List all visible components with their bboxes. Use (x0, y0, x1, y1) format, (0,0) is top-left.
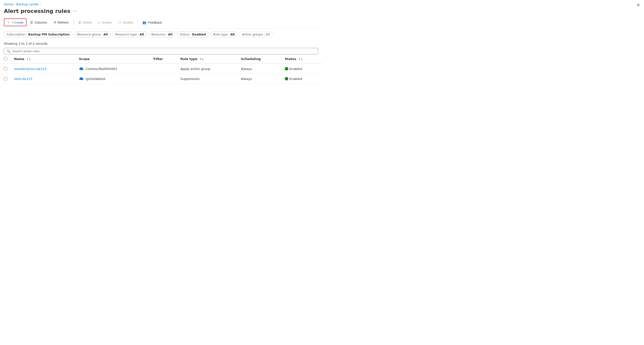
disable-label: Disable (122, 21, 133, 24)
delete-label: Delete (83, 21, 92, 24)
row-status-cell: ✓ Enabled (281, 64, 322, 74)
row-scope-cell: ignitelabtest (75, 74, 149, 84)
disable-button[interactable]: ☐ Disable (116, 19, 136, 26)
status-header-label: Status (285, 57, 296, 61)
row-name-cell: testalertprocrule123 (10, 64, 75, 74)
breadcrumb-sep2: › (40, 3, 41, 6)
page-title: Alert processing rules (4, 8, 70, 14)
table-row: testrule123 ignitelabtest Suppression Al… (0, 74, 322, 84)
search-bar[interactable]: 🔍 (4, 48, 318, 54)
row-rule-type-value-0: Apply action group (180, 67, 210, 71)
refresh-label: Refresh (58, 21, 69, 24)
row-scope-value-0: ContosoTestRSV001 (86, 67, 117, 71)
row-checkbox-1[interactable] (4, 77, 7, 80)
toolbar: ＋ + Create ☰ Columns ↺ Refresh 🗑 Delete … (0, 17, 322, 29)
filter-pill-action-groups[interactable]: Action groups : All (239, 31, 273, 37)
columns-button[interactable]: ☰ Columns (28, 19, 50, 26)
row-rule-type-cell: Apply action group (176, 64, 237, 74)
toolbar-separator-2 (138, 20, 138, 25)
row-scheduling-cell: Always (237, 74, 281, 84)
table-header: Name ↑↓ Scope Filter Rule type ↑↓ Schedu… (0, 54, 322, 64)
status-enabled-icon-0: ✓ (285, 67, 288, 70)
filter-pill-resource[interactable]: Resource : All (148, 31, 175, 37)
create-icon: ＋ (7, 20, 10, 24)
filter-pill-status[interactable]: Status : Enabled (177, 31, 209, 37)
row-scheduling-cell: Always (237, 64, 281, 74)
rule-type-header[interactable]: Rule type ↑↓ (176, 54, 237, 64)
name-header-label: Name (14, 57, 24, 61)
breadcrumb-parent[interactable]: Backup center (16, 2, 39, 6)
table-container: Name ↑↓ Scope Filter Rule type ↑↓ Schedu… (0, 54, 322, 84)
filter-pill-resource-group[interactable]: Resource group : All (74, 31, 111, 37)
rule-type-sort-icon: ↑↓ (200, 57, 204, 61)
table-row: testalertprocrule123 ContosoTestRSV001 A… (0, 64, 322, 74)
row-status-cell: ✓ Enabled (281, 74, 322, 84)
enable-label: Enable (102, 21, 112, 24)
delete-button[interactable]: 🗑 Delete (76, 19, 94, 26)
table-body: testalertprocrule123 ContosoTestRSV001 A… (0, 64, 322, 84)
scheduling-header: Scheduling (237, 54, 281, 64)
toolbar-separator-1 (73, 20, 74, 25)
select-all-header (0, 54, 10, 64)
filter-pill-rule-type[interactable]: Rule type : All (210, 31, 238, 37)
status-enabled-icon-1: ✓ (285, 77, 288, 80)
feedback-button[interactable]: 👥 Feedback (140, 19, 164, 26)
row-scheduling-value-1: Always (241, 77, 252, 81)
row-name-cell: testrule123 (10, 74, 75, 84)
disable-icon: ☐ (118, 21, 121, 24)
scope-cloud-icon-0 (79, 66, 84, 71)
row-scope-value-1: ignitelabtest (86, 77, 106, 81)
filter-pill-subscription[interactable]: Subscription : Backup PM Subscription (4, 31, 72, 37)
status-header[interactable]: Status ↑↓ (281, 54, 322, 64)
select-all-checkbox[interactable] (4, 57, 7, 60)
row-status-value-0: Enabled (290, 67, 302, 71)
refresh-icon: ↺ (54, 21, 56, 24)
filter-pill-resource-type[interactable]: Resource type : All (112, 31, 147, 37)
name-header[interactable]: Name ↑↓ (10, 54, 75, 64)
rules-table: Name ↑↓ Scope Filter Rule type ↑↓ Schedu… (0, 54, 322, 84)
delete-icon: 🗑 (78, 21, 81, 24)
row-name-link-0[interactable]: testalertprocrule123 (14, 67, 46, 71)
columns-label: Columns (34, 21, 47, 24)
scope-cloud-icon-1 (79, 76, 84, 81)
row-rule-type-cell: Suppression (176, 74, 237, 84)
filter-bar: Subscription : Backup PM SubscriptionRes… (0, 29, 322, 40)
filter-header-label: Filter (154, 57, 163, 61)
row-filter-cell (150, 64, 176, 74)
rule-type-header-label: Rule type (180, 57, 198, 61)
search-icon: 🔍 (6, 49, 10, 53)
scope-header: Scope (75, 54, 149, 64)
row-scope-cell: ContosoTestRSV001 (75, 64, 149, 74)
row-checkbox-cell (0, 64, 10, 74)
enable-button[interactable]: ▷ Enable (96, 19, 114, 26)
scope-header-label: Scope (79, 57, 90, 61)
filter-header: Filter (150, 54, 176, 64)
row-status-value-1: Enabled (290, 77, 302, 81)
create-button[interactable]: ＋ + Create (4, 18, 26, 26)
page-title-container: Alert processing rules ··· (0, 7, 322, 17)
refresh-button[interactable]: ↺ Refresh (51, 19, 72, 26)
enable-icon: ▷ (98, 21, 101, 24)
breadcrumb: Home › Backup center › (0, 0, 322, 7)
row-checkbox-0[interactable] (4, 67, 7, 70)
feedback-icon: 👥 (142, 21, 146, 24)
more-options-button[interactable]: ··· (73, 8, 77, 13)
search-input[interactable] (12, 49, 316, 53)
feedback-label: Feedback (148, 21, 162, 24)
row-scheduling-value-0: Always (241, 67, 252, 71)
breadcrumb-home[interactable]: Home (4, 2, 13, 6)
create-label: + Create (12, 21, 24, 24)
row-rule-type-value-1: Suppression (180, 77, 200, 81)
name-sort-icon: ↑↓ (26, 57, 31, 61)
records-count: Showing 1 to 2 of 2 records. (0, 40, 322, 47)
row-name-link-1[interactable]: testrule123 (14, 77, 32, 81)
status-sort-icon: ↑↓ (298, 57, 303, 61)
breadcrumb-sep1: › (14, 3, 15, 6)
row-filter-cell (150, 74, 176, 84)
scheduling-header-label: Scheduling (241, 57, 261, 61)
row-checkbox-cell (0, 74, 10, 84)
columns-icon: ☰ (30, 21, 33, 24)
